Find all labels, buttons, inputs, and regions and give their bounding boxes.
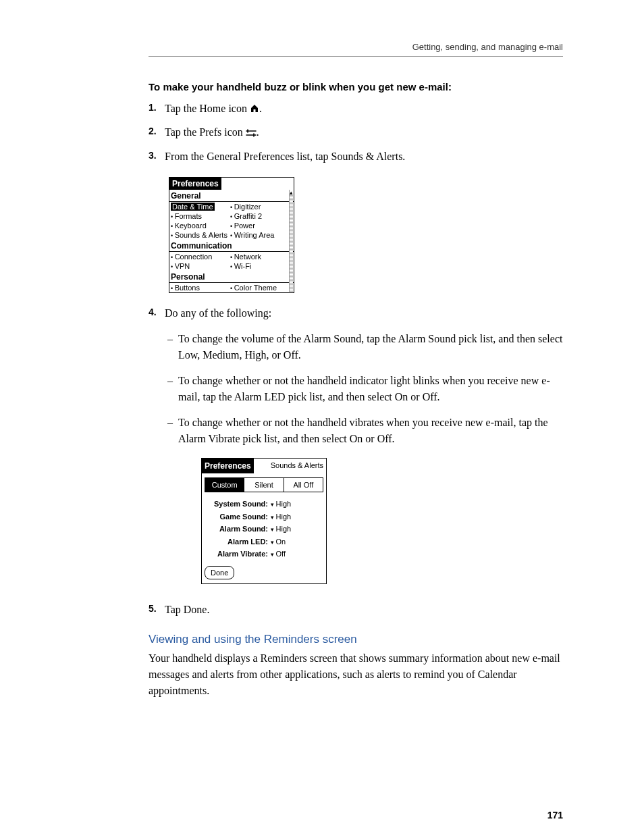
task-title: To make your handheld buzz or blink when…: [149, 81, 563, 93]
palm2-tabs: Custom Silent All Off: [205, 477, 323, 493]
pref-item-writing-area[interactable]: Writing Area: [230, 231, 274, 239]
step-number: 3.: [149, 149, 165, 163]
step-2: 2. Tap the Prefs icon .: [149, 124, 563, 141]
step-text: Tap the Home icon: [165, 103, 250, 114]
palm-title: Preferences: [169, 178, 221, 190]
setting-label: System Sound:: [206, 498, 271, 510]
setting-value-picklist[interactable]: On: [271, 536, 286, 548]
pref-item-color-theme[interactable]: Color Theme: [230, 284, 277, 292]
setting-alarm-sound: Alarm Sound:High: [202, 523, 326, 536]
running-header: Getting, sending, and managing e-mail: [149, 42, 563, 57]
setting-label: Alarm LED:: [206, 536, 271, 548]
pref-item-wifi[interactable]: Wi-Fi: [230, 262, 251, 270]
setting-value-picklist[interactable]: High: [271, 498, 291, 510]
setting-game-sound: Game Sound:High: [202, 511, 326, 523]
setting-value-picklist[interactable]: Off: [271, 548, 286, 560]
setting-alarm-vibrate: Alarm Vibrate:Off: [202, 548, 326, 561]
setting-value-picklist[interactable]: High: [271, 523, 291, 535]
step-text-post: .: [259, 103, 262, 114]
scrollbar[interactable]: ▴: [289, 190, 293, 292]
tab-all-off[interactable]: All Off: [284, 478, 323, 492]
pref-item-buttons[interactable]: Buttons: [171, 284, 230, 292]
substep-text: To change whether or not the handheld vi…: [178, 415, 563, 447]
pref-item-date-time[interactable]: Date & Time: [171, 203, 215, 211]
setting-label: Alarm Sound:: [206, 523, 271, 535]
palm2-title: Preferences: [202, 459, 254, 473]
step-number: 4.: [149, 305, 165, 319]
step-4: 4. Do any of the following: –To change t…: [149, 305, 563, 596]
pref-item-formats[interactable]: Formats: [171, 212, 230, 220]
setting-label: Alarm Vibrate:: [206, 548, 271, 560]
substep-text: To change whether or not the handheld in…: [178, 373, 563, 405]
pref-item-digitizer[interactable]: Digitizer: [230, 203, 261, 211]
substep: –To change whether or not the handheld v…: [165, 415, 563, 447]
screenshot-preferences-list: Preferences General Date & TimeDigitizer…: [169, 177, 294, 293]
step-text: Tap the Prefs icon: [165, 126, 246, 138]
palm-section-communication: Communication: [169, 240, 294, 252]
tab-custom[interactable]: Custom: [205, 478, 244, 492]
substep-text: To change the volume of the Alarm Sound,…: [178, 331, 563, 363]
step-number: 1.: [149, 101, 165, 115]
palm-section-personal: Personal: [169, 271, 294, 283]
palm-section-general: General: [169, 190, 294, 202]
done-button[interactable]: Done: [205, 566, 234, 580]
step-number: 5.: [149, 602, 165, 616]
palm2-subtitle: Sounds & Alerts: [271, 459, 326, 471]
step-number: 2.: [149, 124, 165, 138]
substep: –To change whether or not the handheld i…: [165, 373, 563, 405]
setting-alarm-led: Alarm LED:On: [202, 536, 326, 548]
tab-silent[interactable]: Silent: [244, 478, 284, 492]
step-text-post: .: [257, 126, 259, 138]
home-icon: [250, 101, 259, 118]
pref-item-connection[interactable]: Connection: [171, 253, 230, 261]
pref-item-sounds-alerts[interactable]: Sounds & Alerts: [171, 231, 230, 239]
pref-item-keyboard[interactable]: Keyboard: [171, 221, 230, 230]
section-heading-reminders: Viewing and using the Reminders screen: [149, 633, 563, 646]
pref-item-network[interactable]: Network: [230, 253, 261, 261]
step-1: 1. Tap the Home icon .: [149, 101, 563, 118]
setting-system-sound: System Sound:High: [202, 498, 326, 511]
scroll-track[interactable]: [290, 195, 293, 292]
page-number: 171: [547, 810, 563, 820]
pref-item-vpn[interactable]: VPN: [171, 262, 230, 270]
step-3: 3. From the General Preferences list, ta…: [149, 149, 563, 165]
setting-value-picklist[interactable]: High: [271, 511, 291, 523]
body-paragraph: Your handheld displays a Reminders scree…: [149, 650, 563, 699]
step-text: Tap Done.: [165, 602, 563, 618]
screenshot-sounds-alerts: Preferences Sounds & Alerts Custom Silen…: [201, 458, 327, 585]
step-text: Do any of the following:: [165, 307, 271, 319]
step-text: From the General Preferences list, tap S…: [165, 149, 563, 165]
scroll-up-icon[interactable]: ▴: [290, 190, 293, 195]
substep: –To change the volume of the Alarm Sound…: [165, 331, 563, 363]
step-5: 5. Tap Done.: [149, 602, 563, 618]
setting-label: Game Sound:: [206, 511, 271, 523]
pref-item-graffiti[interactable]: Graffiti 2: [230, 212, 262, 220]
prefs-icon: [246, 126, 257, 142]
pref-item-power[interactable]: Power: [230, 221, 255, 230]
